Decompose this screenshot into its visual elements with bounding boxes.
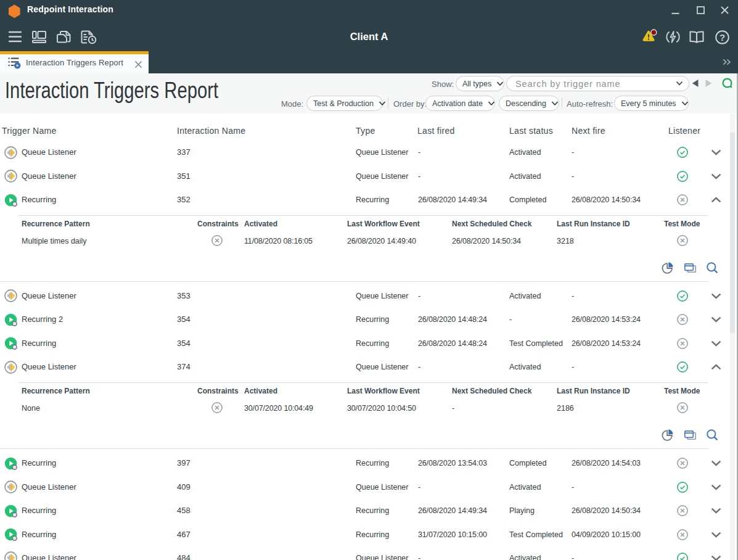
svg-text:?: ?	[720, 32, 725, 43]
